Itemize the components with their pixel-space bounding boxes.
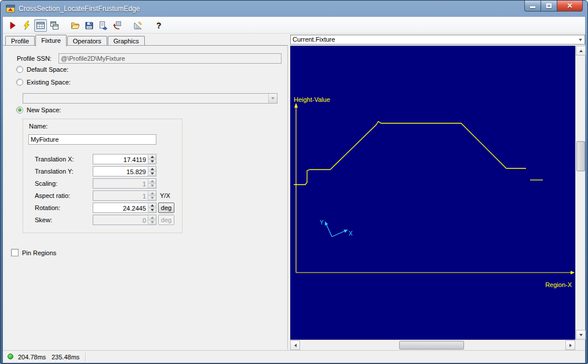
add-display-button[interactable] xyxy=(48,19,61,32)
scroll-right-button[interactable] xyxy=(565,340,575,350)
profile-ssn-label: Profile SSN: xyxy=(17,55,52,62)
default-space-radio-circle xyxy=(16,66,23,73)
tab-graphics[interactable]: Graphics xyxy=(108,36,145,45)
new-space-label: New Space: xyxy=(27,106,61,113)
spin-down-button[interactable] xyxy=(148,160,156,164)
toolbar: ? xyxy=(3,17,585,34)
display-selector-arrow[interactable] xyxy=(576,35,585,44)
rotation-value[interactable]: 24.2445 xyxy=(93,203,148,212)
rotation-unit-button[interactable]: deg xyxy=(158,203,174,213)
status-time-1: 204.78ms xyxy=(18,354,46,361)
marker-x-label: X xyxy=(349,230,353,237)
measure-button[interactable] xyxy=(132,19,144,32)
tab-profile[interactable]: Profile xyxy=(5,36,35,45)
rotation-spinner[interactable]: 24.2445 xyxy=(93,203,156,213)
translation-y-value[interactable]: 15.829 xyxy=(93,167,148,176)
translation-x-spin-buttons xyxy=(148,155,156,164)
pin-regions-checkbox-row[interactable]: Pin Regions xyxy=(11,249,56,256)
save-button[interactable] xyxy=(83,19,96,32)
spin-up-button[interactable] xyxy=(148,167,156,172)
scaling-spinner: 1 xyxy=(93,178,156,189)
scroll-down-button[interactable] xyxy=(576,330,586,340)
scaling-label: Scaling: xyxy=(35,180,57,187)
display-panel: Current.Fixture Height-Value Region-X X … xyxy=(290,35,585,350)
skew-label: Skew: xyxy=(35,216,52,223)
revert-button[interactable] xyxy=(111,19,123,32)
y-axis-arrowhead xyxy=(294,103,298,108)
display-selector-value: Current.Fixture xyxy=(291,35,576,44)
spin-up-button[interactable] xyxy=(148,203,156,208)
horizontal-scrollbar[interactable] xyxy=(290,340,575,350)
add-display-icon xyxy=(50,21,59,30)
export-button[interactable] xyxy=(97,19,109,32)
save-floppy-icon xyxy=(85,21,94,30)
plot-xlabel: Region-X xyxy=(545,281,572,288)
help-button[interactable]: ? xyxy=(152,19,165,32)
new-space-radio[interactable]: New Space: xyxy=(16,106,61,114)
skew-unit-button: deg xyxy=(158,215,174,225)
vertical-scroll-thumb[interactable] xyxy=(576,141,585,171)
display-grid-icon xyxy=(36,21,45,30)
open-folder-icon xyxy=(71,21,80,30)
live-trigger-button[interactable] xyxy=(20,19,33,32)
existing-space-combo-arrow[interactable] xyxy=(268,94,277,103)
help-icon: ? xyxy=(156,21,162,30)
new-space-radio-circle xyxy=(16,106,23,113)
name-input[interactable] xyxy=(28,134,156,145)
horizontal-scroll-thumb[interactable] xyxy=(399,341,464,350)
x-axis-arrowhead xyxy=(571,271,575,274)
plot-area[interactable]: Height-Value Region-X X Y xyxy=(290,46,575,340)
aspect-ratio-unit-label: Y/X xyxy=(160,192,170,199)
tab-operators[interactable]: Operators xyxy=(67,36,107,45)
run-button[interactable] xyxy=(6,19,19,32)
tab-fixture[interactable]: Fixture xyxy=(35,35,67,46)
show-display-button[interactable] xyxy=(34,19,47,32)
close-button[interactable]: ✕ xyxy=(557,1,583,12)
open-file-button[interactable] xyxy=(69,19,82,32)
maximize-button[interactable] xyxy=(541,1,557,12)
marker-y-label: Y xyxy=(320,219,324,226)
existing-space-radio[interactable]: Existing Space: xyxy=(16,78,71,86)
aspect-ratio-value: 1 xyxy=(93,191,148,200)
app-window: CrossSection_LocateFirstFrustumEdge ✕ xyxy=(0,0,588,364)
rotation-spin-buttons xyxy=(148,203,156,212)
default-space-label: Default Space: xyxy=(27,66,68,73)
revert-arrow-icon xyxy=(112,21,122,30)
translation-x-spinner[interactable]: 17.4119 xyxy=(93,154,156,164)
aspect-ratio-spinner: 1 xyxy=(93,190,156,201)
chevron-down-icon xyxy=(579,39,582,41)
skew-spinner: 0 xyxy=(93,215,156,225)
export-icon xyxy=(98,21,108,30)
profile-ssn-input[interactable] xyxy=(59,53,282,64)
tab-strip: Profile Fixture Operators Graphics xyxy=(5,35,145,46)
window-title: CrossSection_LocateFirstFrustumEdge xyxy=(19,5,140,13)
vertical-scrollbar[interactable] xyxy=(575,46,585,340)
existing-space-radio-circle xyxy=(16,79,23,86)
profile-polyline xyxy=(294,122,526,185)
spin-down-button[interactable] xyxy=(148,208,156,213)
translation-x-label: Translation X: xyxy=(35,156,74,163)
default-space-radio[interactable]: Default Space: xyxy=(16,65,68,73)
pin-regions-checkbox[interactable] xyxy=(11,249,19,256)
scaling-spin-buttons xyxy=(148,179,156,188)
arrow-down-icon xyxy=(151,185,154,187)
display-selector-combo[interactable]: Current.Fixture xyxy=(290,35,585,45)
pin-regions-label: Pin Regions xyxy=(22,249,56,256)
arrow-up-icon xyxy=(151,168,154,170)
name-label: Name: xyxy=(29,123,48,130)
minimize-button[interactable] xyxy=(524,1,541,12)
translation-y-spinner[interactable]: 15.829 xyxy=(93,166,156,177)
existing-space-combo[interactable] xyxy=(23,93,277,104)
scaling-value: 1 xyxy=(93,179,148,188)
status-time-2: 235.48ms xyxy=(52,354,79,361)
measure-tool-icon xyxy=(133,21,143,30)
titlebar[interactable]: CrossSection_LocateFirstFrustumEdge ✕ xyxy=(1,1,587,17)
maximize-icon xyxy=(546,3,552,8)
scroll-up-button[interactable] xyxy=(576,46,586,56)
translation-x-value[interactable]: 17.4119 xyxy=(93,155,148,164)
plot-ylabel: Height-Value xyxy=(294,96,330,103)
spin-down-button[interactable] xyxy=(148,172,156,177)
scroll-left-button[interactable] xyxy=(290,340,300,350)
skew-spin-buttons xyxy=(148,215,156,225)
spin-up-button[interactable] xyxy=(148,155,156,160)
